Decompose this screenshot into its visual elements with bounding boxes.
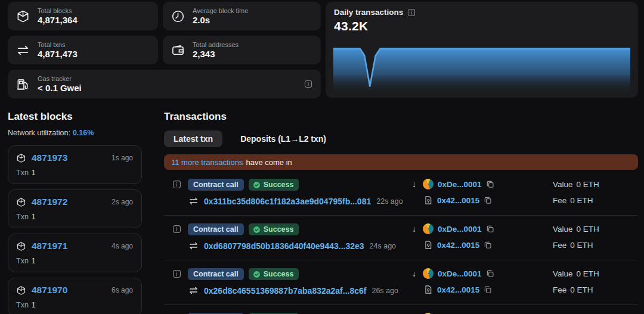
stat-value: 4,871,364 [38,15,78,25]
tx-type-badge: Contract call [188,179,244,191]
block-time: 1s ago [112,154,133,162]
stat-value: < 0.1 Gwei [38,83,82,93]
tab-deposits[interactable]: Deposits (L1→L2 txn) [231,130,336,147]
stats-section: Total blocks 4,871,364 Average block tim… [0,0,644,98]
to-address-link[interactable]: 0x42...0015 [437,196,479,205]
cube-icon [16,197,26,207]
block-txn-count: 1 [32,213,36,221]
tx-status-badge: Success [249,223,299,235]
stat-card-gas-tracker: Gas tracker < 0.1 Gwei [8,70,321,98]
transactions-tabs: Latest txn Deposits (L1→L2 txn) [164,130,638,147]
tx-hash-link[interactable]: 0x26d8c46551369887b7aba832a2af...8c6f [204,286,366,296]
tx-type-badge: Contract call [188,268,244,280]
transfers-icon [188,241,199,251]
gas-pump-icon [16,77,30,91]
stat-card-total-blocks: Total blocks 4,871,364 [8,2,158,30]
block-card[interactable]: 4871973 1s ago Txn1 [8,145,142,184]
cube-icon [16,10,30,23]
stat-label: Total blocks [38,7,78,15]
to-address-link[interactable]: 0x42...0015 [437,241,479,250]
info-icon[interactable] [407,8,416,17]
block-txn-label: Txn [16,301,29,309]
stat-label: Average block time [193,7,248,15]
tx-type-badge: Contract call [188,223,244,235]
info-icon[interactable] [172,269,181,278]
contract-doc-icon [423,240,433,250]
daily-transactions-value: 43.2K [334,19,631,33]
block-time: 2s ago [112,198,133,206]
fee-amount: 0 ETH [570,196,593,205]
fee-label: Fee [553,241,566,250]
down-arrow-icon: ↓ [410,179,419,189]
value-amount: 0 ETH [577,269,599,278]
stat-card-average-block-time: Average block time 2.0s [163,2,321,30]
fee-label: Fee [553,196,566,205]
contract-doc-icon [423,195,433,205]
stat-value: 2.0s [193,15,248,25]
from-address-avatar [423,179,434,189]
tab-latest-txn[interactable]: Latest txn [164,130,222,147]
stat-value: 4,871,473 [38,49,78,59]
block-card[interactable]: 4871972 2s ago Txn1 [8,189,142,228]
new-transactions-text: have come in [246,158,292,167]
from-address-link[interactable]: 0xDe...0001 [438,180,482,189]
transactions-title: Transactions [164,111,638,123]
value-amount: 0 ETH [577,180,599,189]
contract-doc-icon [423,285,433,294]
block-txn-label: Txn [16,213,29,221]
block-card[interactable]: 4871971 4s ago Txn1 [8,234,142,272]
transfers-icon [188,196,199,206]
transaction-row: Contract call Success [164,305,638,314]
copy-icon[interactable] [486,180,494,188]
new-transactions-link[interactable]: 11 more transactions [171,158,243,167]
tx-hash-link[interactable]: 0x311bc35d806c1f182a3ae9d04795fb...081 [204,197,371,206]
copy-icon[interactable] [484,196,492,204]
tx-time: 26s ago [371,287,398,295]
stat-label: Total txns [38,41,78,49]
from-address-avatar [423,268,434,279]
block-time: 4s ago [112,242,133,250]
transfers-icon [16,43,30,57]
from-address-avatar [423,223,434,234]
copy-icon[interactable] [486,225,494,233]
check-circle-icon [253,181,261,189]
down-arrow-icon: ↓ [410,224,419,234]
block-number-link[interactable]: 4871972 [32,197,67,207]
clock-icon [171,10,185,23]
from-address-link[interactable]: 0xDe...0001 [438,225,482,234]
stat-card-total-txns: Total txns 4,871,473 [8,36,158,64]
tx-hash-link[interactable]: 0xd6807798d50b1836d40f40e9443...32e3 [204,241,364,251]
check-circle-icon [253,226,261,234]
wallet-icon [171,43,185,57]
tx-time: 22s ago [376,197,402,206]
copy-icon[interactable] [486,269,494,278]
transaction-row: Contract call Success 0x311bc35d806c1f18… [164,171,638,216]
copy-icon[interactable] [484,241,492,249]
cube-icon [16,241,26,251]
info-icon[interactable] [172,180,181,189]
chart-title: Daily transactions [334,8,403,17]
block-txn-count: 1 [32,301,36,309]
block-number-link[interactable]: 4871973 [32,153,67,163]
block-txn-count: 1 [32,257,36,265]
daily-transactions-card: Daily transactions 43.2K [326,2,638,98]
block-number-link[interactable]: 4871971 [32,241,67,251]
daily-transactions-chart [333,43,630,95]
transaction-row: Contract call Success 0xd6807798d50b1836… [164,216,638,260]
cube-icon [16,285,26,296]
value-amount: 0 ETH [577,225,599,234]
block-txn-label: Txn [16,169,29,177]
copy-icon[interactable] [484,285,492,294]
from-address-link[interactable]: 0xDe...0001 [438,269,482,278]
tx-status-badge: Success [249,268,299,280]
new-transactions-alert: 11 more transactions have come in [164,154,638,170]
info-icon[interactable] [304,80,312,88]
latest-blocks-section: Latest blocks Network utilization:0.16% … [8,111,142,314]
block-card[interactable]: 4871970 6s ago Txn1 [8,278,142,314]
block-number-link[interactable]: 4871970 [32,285,67,296]
info-icon[interactable] [172,225,181,234]
transaction-row: Contract call Success 0x26d8c46551369887… [164,260,638,305]
to-address-link[interactable]: 0x42...0015 [437,285,479,294]
tx-time: 24s ago [370,242,396,250]
block-txn-count: 1 [32,169,36,177]
